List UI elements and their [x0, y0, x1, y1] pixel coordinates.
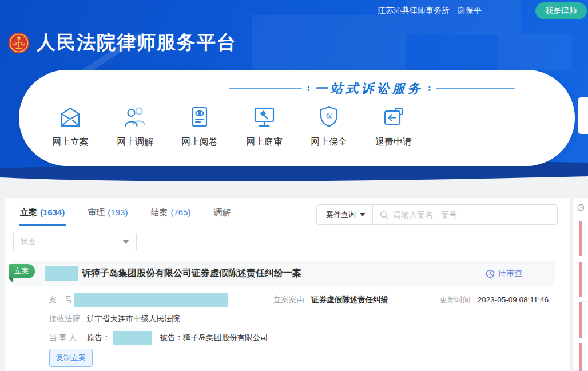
case-search: 案件查询 [316, 204, 558, 225]
right-sidebar-sliver [572, 198, 588, 371]
service-item-file-review[interactable]: 网上阅卷 [177, 102, 223, 148]
sidebar-item-accent-bar [579, 221, 582, 256]
service-label: 网上调解 [117, 136, 153, 148]
sidebar-item-accent-bar [579, 343, 582, 371]
clock-icon [577, 204, 585, 211]
case-title-link[interactable]: 诉獐子岛集团股份有限公司证券虚假陈述责任纠纷一案 [82, 267, 301, 279]
status-filter-placeholder: 状态 [21, 236, 35, 247]
case-status-badge: 待审查 [486, 269, 522, 279]
service-label: 网上阅卷 [181, 136, 218, 148]
search-icon [380, 211, 388, 219]
services-panel: ∶ 一站式诉讼服务 ∶ 网上立案 [19, 70, 575, 166]
defendant-label: 被告： [160, 333, 184, 343]
case-status-text: 待审查 [498, 269, 522, 279]
case-list-panel: 立案 (1634) 审理 (193) 结案 (765) 调解 案件查询 [5, 198, 571, 371]
wallet-refund-icon [380, 102, 407, 132]
tab-trial[interactable]: 审理 (193) [86, 198, 129, 226]
monitor-gavel-icon [251, 102, 277, 132]
updated-time: 更新时间 2023-05-09 08:11:46 [440, 295, 549, 305]
case-details: 案 号 立案案由 证券虚假陈述责任纠纷 更新时间 2023-05-09 08:1… [13, 286, 555, 367]
updated-time-label: 更新时间 [440, 295, 471, 305]
sidebar-item-accent-bar [579, 262, 582, 297]
service-item-online-trial[interactable]: 网上庭审 [241, 102, 287, 148]
court-value: 辽宁省大连市中级人民法院 [87, 314, 180, 324]
page: 江苏沁典律师事务所 谢保平 我是律师 人民法院律师服务平台 [0, 0, 588, 371]
divider [579, 342, 588, 342]
law-firm-name: 江苏沁典律师事务所 [378, 6, 450, 16]
services-carousel-next-sliver [578, 97, 588, 134]
divider [579, 301, 588, 302]
skyline-decoration [498, 34, 572, 70]
receiving-court-row: 接收法院 辽宁省大连市中级人民法院 [49, 309, 555, 328]
document-eye-icon [186, 102, 213, 132]
case-stage-badge: 立案 [9, 264, 35, 278]
case-number-row: 案 号 立案案由 证券虚假陈述责任纠纷 更新时间 2023-05-09 08:1… [49, 290, 555, 309]
service-label: 网上庭审 [246, 136, 283, 148]
service-item-preservation[interactable]: 保 网上保全 [306, 102, 352, 148]
people-mediation-icon [122, 102, 148, 132]
updated-time-value: 2023-05-09 08:11:46 [478, 295, 549, 304]
parties-row: 当 事 人 原告： 被告： 獐子岛集团股份有限公司 [49, 328, 555, 347]
clock-icon [486, 269, 495, 278]
tab-mediation[interactable]: 调解 [212, 198, 235, 226]
service-label: 网上立案 [52, 136, 89, 148]
redacted-plaintiff [113, 331, 152, 345]
status-filter-dropdown[interactable]: 状态 [13, 232, 137, 251]
national-emblem-icon [7, 31, 30, 54]
defendant-value: 獐子岛集团股份有限公司 [183, 333, 268, 343]
service-item-refund-request[interactable]: 退费申请 [371, 102, 416, 148]
user-name: 谢保平 [458, 6, 482, 16]
cause-label: 立案案由 [273, 295, 304, 305]
sidebar-item-accent-bar [579, 302, 582, 338]
banner-line [436, 88, 515, 89]
case-list-item: 立案 诉獐子岛集团股份有限公司证券虚假陈述责任纠纷一案 待审查 案 号 立案案由… [13, 261, 555, 371]
banner-line [229, 88, 302, 89]
search-category-dropdown[interactable]: 案件查询 [317, 205, 372, 224]
topbar: 江苏沁典律师事务所 谢保平 我是律师 [0, 0, 588, 22]
chevron-down-icon [122, 240, 129, 244]
search-category-label: 案件查询 [326, 210, 356, 220]
skyline-decoration [252, 15, 406, 70]
service-items: 网上立案 网上调解 [47, 102, 416, 148]
brand: 人民法院律师服务平台 [7, 30, 237, 56]
site-title: 人民法院律师服务平台 [37, 30, 237, 56]
tab-closed[interactable]: 结案 (765) [149, 198, 192, 226]
shield-character: 保 [326, 112, 333, 119]
banner-ornament: ∶ [428, 84, 430, 94]
parties-label: 当 事 人 [49, 333, 82, 343]
envelope-filing-icon [57, 102, 84, 132]
copy-filing-button[interactable]: 复制立案 [49, 349, 93, 367]
chevron-down-icon [360, 213, 365, 216]
banner-ornament: ∶ [307, 84, 309, 94]
service-item-online-filing[interactable]: 网上立案 [47, 102, 93, 148]
search-input[interactable] [393, 210, 550, 219]
service-item-online-mediation[interactable]: 网上调解 [112, 102, 158, 148]
shield-icon: 保 [316, 102, 342, 132]
service-label: 网上保全 [311, 136, 347, 148]
court-label: 接收法院 [49, 314, 82, 324]
redacted-case-number [74, 293, 228, 307]
divider [579, 261, 588, 261]
cause-value: 证券虚假陈述责任纠纷 [311, 295, 388, 305]
tab-filing[interactable]: 立案 (1634) [19, 198, 66, 226]
services-banner: ∶ 一站式诉讼服务 ∶ [229, 80, 515, 97]
case-tabs: 立案 (1634) 审理 (193) 结案 (765) 调解 [19, 198, 235, 226]
i-am-lawyer-button[interactable]: 我是律师 [535, 2, 587, 19]
service-label: 退费申请 [375, 136, 412, 148]
banner-title: 一站式诉讼服务 [315, 80, 423, 97]
redacted-plaintiff-name [45, 266, 78, 281]
plaintiff-label: 原告： [87, 333, 110, 343]
case-header: 立案 诉獐子岛集团股份有限公司证券虚假陈述责任纠纷一案 待审查 [13, 261, 555, 286]
